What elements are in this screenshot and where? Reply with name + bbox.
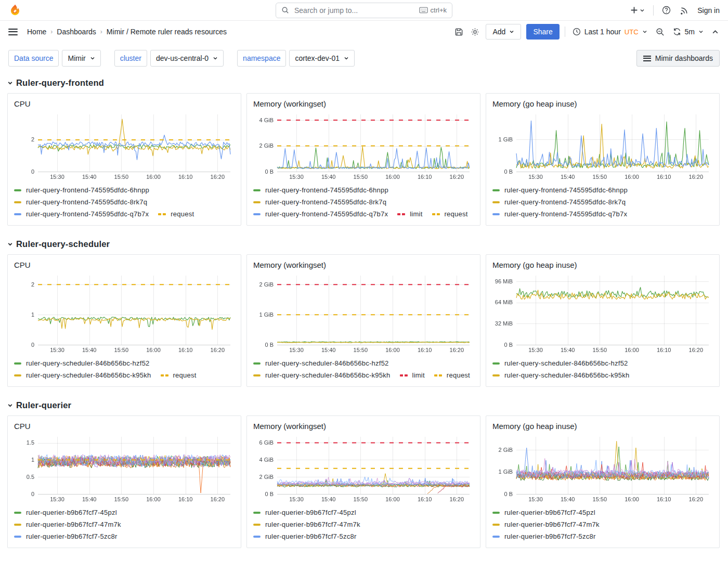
namespace-label[interactable]: namespace: [237, 50, 286, 67]
legend-item[interactable]: ruler-querier-b9b67fcf7-47m7k: [492, 521, 600, 528]
sign-in-link[interactable]: Sign in: [697, 6, 720, 15]
panel-title[interactable]: Memory (go heap inuse): [492, 260, 713, 270]
legend-item[interactable]: ruler-query-frontend-745595dfdc-q7b7x: [14, 210, 149, 218]
legend-item[interactable]: ruler-querier-b9b67fcf7-47m7k: [253, 521, 360, 528]
collapse-toolbar-button[interactable]: [711, 28, 720, 36]
chevron-down-icon: [344, 56, 349, 61]
legend-label: request: [173, 371, 197, 379]
save-dashboard-button[interactable]: [453, 27, 464, 37]
search-box[interactable]: ctrl+k: [276, 3, 452, 18]
legend-item[interactable]: ruler-query-frontend-745595dfdc-6hnpp: [253, 186, 388, 194]
legend-item[interactable]: ruler-querier-b9b67fcf7-5zc8r: [14, 532, 118, 540]
legend-item[interactable]: ruler-querier-b9b67fcf7-5zc8r: [492, 532, 596, 540]
legend-item[interactable]: ruler-query-frontend-745595dfdc-q7b7x: [253, 210, 388, 218]
legend-item[interactable]: ruler-query-frontend-745595dfdc-6hnpp: [492, 186, 628, 194]
legend-row: ruler-querier-b9b67fcf7-47m7k: [492, 518, 713, 530]
legend-item[interactable]: ruler-query-scheduler-846b656bc-k95kh: [253, 371, 391, 379]
panel-title[interactable]: Memory (workingset): [253, 99, 474, 109]
legend-item[interactable]: ruler-query-frontend-745595dfdc-8rk7q: [492, 198, 626, 206]
panel-title[interactable]: CPU: [14, 260, 235, 270]
legend-item[interactable]: ruler-query-frontend-745595dfdc-8rk7q: [253, 198, 386, 206]
datasource-label[interactable]: Data source: [8, 50, 59, 67]
grafana-logo[interactable]: [8, 4, 22, 17]
legend-item[interactable]: ruler-query-scheduler-846b656bc-hzf52: [14, 359, 150, 367]
breadcrumb-dashboards[interactable]: Dashboards: [57, 28, 96, 36]
panel-title[interactable]: CPU: [14, 99, 235, 109]
legend: ruler-query-scheduler-846b656bc-hzf52rul…: [492, 357, 713, 381]
legend: ruler-query-scheduler-846b656bc-hzf52rul…: [253, 357, 474, 381]
dashboard-body: Ruler-query-frontend CPU ruler-query-fro…: [0, 74, 728, 555]
panel-title[interactable]: Memory (workingset): [253, 260, 474, 270]
menu-icon[interactable]: [8, 27, 18, 37]
keyboard-icon: [419, 7, 428, 14]
cluster-label[interactable]: cluster: [114, 50, 147, 67]
legend-item[interactable]: ruler-query-scheduler-846b656bc-k95kh: [492, 371, 630, 379]
dashboard-settings-button[interactable]: [470, 27, 480, 37]
datasource-picker[interactable]: Mimir: [62, 50, 100, 67]
legend-label: ruler-query-frontend-745595dfdc-8rk7q: [265, 198, 386, 206]
legend-row: ruler-querier-b9b67fcf7-47m7k: [253, 518, 474, 530]
legend-row: ruler-query-frontend-745595dfdc-8rk7q: [14, 196, 235, 208]
panel-title[interactable]: CPU: [14, 421, 235, 432]
legend-item[interactable]: ruler-query-scheduler-846b656bc-hzf52: [253, 359, 389, 367]
chevron-down-icon: [640, 8, 645, 13]
cluster-picker[interactable]: dev-us-central-0: [150, 50, 224, 67]
legend-item[interactable]: ruler-query-frontend-745595dfdc-6hnpp: [14, 186, 149, 194]
add-new-button[interactable]: [629, 5, 646, 15]
section-header[interactable]: Ruler-querier: [0, 396, 728, 413]
dashboard-section: Ruler-querier CPU ruler-querier-b9b67fcf…: [0, 396, 728, 555]
chart-canvas[interactable]: [253, 271, 474, 355]
panel-row: CPU ruler-query-scheduler-846b656bc-hzf5…: [0, 252, 728, 394]
refresh-button[interactable]: 5m: [671, 28, 706, 36]
legend-item[interactable]: limit: [397, 210, 422, 218]
add-panel-button[interactable]: Add: [486, 24, 521, 40]
chart-canvas[interactable]: [14, 271, 235, 355]
chart-canvas[interactable]: [492, 110, 713, 182]
breadcrumb-home[interactable]: Home: [27, 28, 46, 36]
legend-item[interactable]: ruler-querier-b9b67fcf7-5zc8r: [253, 532, 357, 540]
time-range-picker[interactable]: Last 1 hour UTC: [570, 28, 649, 36]
section-header[interactable]: Ruler-query-scheduler: [0, 235, 728, 252]
panel: Memory (workingset) ruler-querier-b9b67f…: [246, 415, 480, 548]
mimir-dashboards-button[interactable]: Mimir dashboards: [636, 50, 720, 67]
legend-item[interactable]: ruler-querier-b9b67fcf7-45pzl: [14, 509, 117, 516]
legend-item[interactable]: ruler-querier-b9b67fcf7-45pzl: [253, 509, 356, 516]
chart-canvas[interactable]: [253, 110, 474, 182]
legend-row: ruler-query-frontend-745595dfdc-q7b7xlim…: [253, 208, 474, 220]
legend-swatch: [432, 213, 440, 215]
legend-item[interactable]: ruler-query-scheduler-846b656bc-k95kh: [14, 371, 151, 379]
share-button[interactable]: Share: [526, 24, 559, 40]
legend-swatch: [253, 362, 261, 365]
panel-row: CPU ruler-querier-b9b67fcf7-45pzlruler-q…: [0, 413, 728, 555]
chart-canvas[interactable]: [492, 433, 713, 504]
zoom-out-button[interactable]: [655, 27, 666, 37]
legend-row: ruler-querier-b9b67fcf7-45pzl: [492, 506, 713, 518]
news-button[interactable]: [679, 5, 690, 16]
legend: ruler-query-frontend-745595dfdc-6hnpprul…: [492, 184, 713, 220]
chart-canvas[interactable]: [14, 433, 235, 504]
legend-item[interactable]: ruler-query-scheduler-846b656bc-hzf52: [492, 359, 628, 367]
legend-item[interactable]: request: [432, 210, 468, 218]
legend-item[interactable]: ruler-query-frontend-745595dfdc-q7b7x: [492, 210, 627, 218]
search-input[interactable]: [293, 6, 415, 15]
legend-item[interactable]: ruler-querier-b9b67fcf7-47m7k: [14, 521, 121, 528]
section-header[interactable]: Ruler-query-frontend: [0, 74, 728, 91]
chevron-down-icon: [698, 29, 704, 34]
chart-canvas[interactable]: [14, 110, 235, 182]
legend-item[interactable]: request: [161, 371, 197, 379]
gear-icon: [471, 28, 479, 36]
help-button[interactable]: [661, 5, 672, 16]
legend-item[interactable]: request: [158, 210, 194, 218]
legend-row: ruler-querier-b9b67fcf7-47m7k: [14, 518, 235, 530]
chart-canvas[interactable]: [492, 271, 713, 355]
legend-item[interactable]: request: [434, 371, 470, 379]
legend-item[interactable]: limit: [400, 371, 425, 379]
legend-item[interactable]: ruler-querier-b9b67fcf7-45pzl: [492, 509, 595, 516]
panel-title[interactable]: Memory (go heap inuse): [492, 99, 713, 109]
legend-swatch: [14, 524, 21, 526]
panel-title[interactable]: Memory (workingset): [253, 421, 474, 432]
panel-title[interactable]: Memory (go heap inuse): [492, 421, 713, 432]
chart-canvas[interactable]: [253, 433, 474, 504]
namespace-picker[interactable]: cortex-dev-01: [289, 50, 355, 67]
legend-item[interactable]: ruler-query-frontend-745595dfdc-8rk7q: [14, 198, 147, 206]
